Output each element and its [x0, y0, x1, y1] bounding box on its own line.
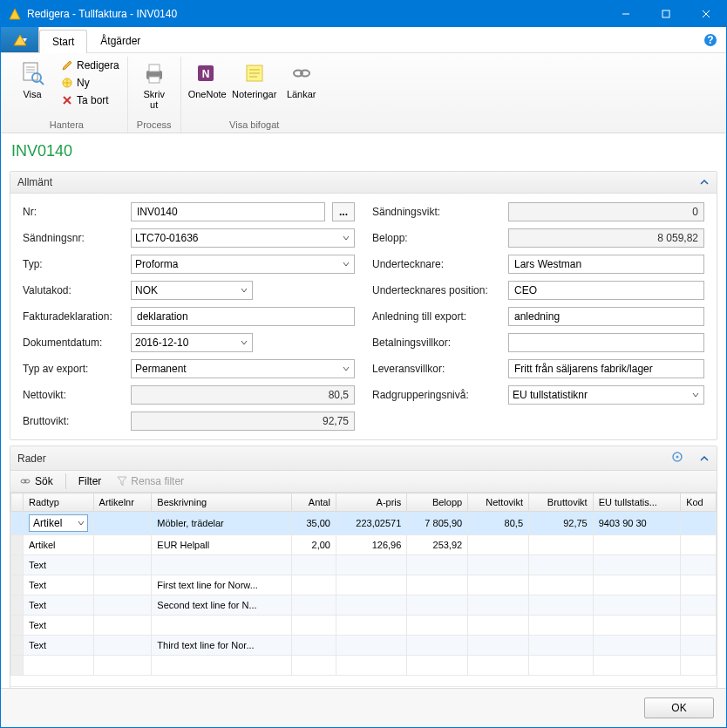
nr-label: Nr: — [23, 206, 126, 218]
svg-rect-21 — [149, 77, 160, 83]
ny-button[interactable]: Ny — [57, 74, 124, 92]
table-row[interactable]: TextThird text line for Nor... — [11, 636, 717, 656]
document-title: INV0140 — [10, 140, 717, 166]
grid-toolbar: Sök Filter Rensa filter — [10, 471, 717, 493]
panel-rader: Rader Sök Filter Rensa filter Radtyp Art… — [10, 446, 717, 688]
close-button[interactable] — [686, 1, 726, 27]
table-row[interactable] — [11, 656, 717, 676]
anledning-label: Anledning till export: — [372, 310, 503, 323]
col-radtyp[interactable]: Radtyp — [24, 493, 94, 512]
panel-allmant-title: Allmänt — [17, 176, 699, 188]
nr-lookup-button[interactable]: ... — [332, 202, 355, 221]
betalningsvillkor-input[interactable] — [508, 333, 704, 352]
anledning-input[interactable] — [508, 307, 704, 326]
visa-button[interactable]: Visa — [10, 57, 55, 102]
panel-rader-header[interactable]: Rader — [10, 446, 717, 471]
radtyp-cell-editor[interactable]: Artikel — [29, 514, 88, 532]
svg-marker-0 — [10, 9, 20, 19]
svg-rect-9 — [24, 63, 37, 80]
table-row[interactable]: TextFirst text line for Norw... — [11, 575, 717, 595]
ok-button[interactable]: OK — [644, 697, 714, 718]
col-antal[interactable]: Antal — [292, 493, 336, 512]
notes-icon — [241, 60, 268, 86]
tab-atgarder[interactable]: Åtgärder — [87, 29, 153, 52]
window-title: Redigera - Tullfaktura - INV0140 — [27, 8, 606, 20]
panel-allmant: Allmänt Nr:... Sändningsnr:LTC70-01636 T… — [10, 171, 717, 440]
tab-start[interactable]: Start — [39, 30, 87, 53]
lankar-button[interactable]: Länkar — [279, 57, 324, 102]
col-eutull[interactable]: EU tullstatis... — [593, 493, 680, 512]
funnel-icon — [117, 476, 127, 486]
nr-input[interactable] — [131, 202, 325, 221]
group-process-label: Process — [137, 118, 172, 133]
delete-icon — [61, 94, 73, 106]
bruttovikt-input — [131, 412, 355, 431]
undertecknare-input[interactable] — [508, 255, 704, 274]
typavexport-select[interactable]: Permanent — [131, 359, 355, 378]
skriv-ut-button[interactable]: Skriv ut — [132, 57, 177, 112]
svg-line-14 — [40, 81, 44, 85]
svg-rect-20 — [149, 65, 160, 71]
svg-text:N: N — [201, 68, 209, 80]
chevron-up-icon — [699, 453, 710, 464]
chevron-down-icon — [240, 286, 248, 295]
leveransvillkor-input[interactable] — [508, 359, 704, 378]
fakturadeklaration-label: Fakturadeklaration: — [23, 310, 126, 323]
link-icon — [19, 475, 31, 487]
radgruppering-select[interactable]: EU tullstatistiknr — [508, 385, 704, 405]
typavexport-label: Typ av export: — [23, 363, 126, 375]
group-hantera-label: Hantera — [50, 118, 84, 133]
panel-rader-title: Rader — [17, 452, 671, 465]
gear-button[interactable] — [671, 451, 683, 466]
redigera-button[interactable]: Redigera — [57, 57, 124, 74]
sandningsnr-select[interactable]: LTC70-01636 — [131, 228, 355, 248]
col-bruttovikt[interactable]: Bruttovikt — [529, 493, 594, 512]
filter-button[interactable]: Filter — [75, 473, 105, 489]
grid-scroll[interactable]: Radtyp Artikelnr Beskrivning Antal A-pri… — [10, 493, 717, 686]
application-menu-button[interactable] — [1, 27, 39, 52]
typ-label: Typ: — [23, 258, 126, 270]
col-kod[interactable]: Kod — [681, 493, 717, 512]
minimize-button[interactable] — [606, 1, 646, 27]
content-area: INV0140 Allmänt Nr:... Sändningsnr:LTC70… — [1, 133, 726, 688]
data-grid[interactable]: Radtyp Artikelnr Beskrivning Antal A-pri… — [10, 493, 717, 676]
onenote-label: OneNote — [188, 89, 227, 99]
valutakod-select[interactable]: NOK — [131, 281, 253, 300]
betalningsvillkor-label: Betalningsvillkor: — [372, 337, 503, 349]
sok-button[interactable]: Sök — [16, 473, 57, 489]
col-artikelnr[interactable]: Artikelnr — [93, 493, 152, 512]
table-row[interactable]: TextSecond text line for N... — [11, 595, 717, 616]
sandningsvikt-label: Sändningsvikt: — [372, 206, 503, 218]
visa-label: Visa — [23, 89, 41, 99]
col-belopp[interactable]: Belopp — [407, 493, 468, 512]
nettovikt-input — [131, 385, 355, 405]
svg-point-33 — [24, 480, 30, 483]
typ-select[interactable]: Proforma — [131, 255, 355, 274]
chevron-down-icon — [342, 234, 350, 242]
leveransvillkor-label: Leveransvillkor: — [372, 363, 503, 375]
dokumentdatum-select[interactable]: 2016-12-10 — [131, 333, 253, 352]
undertecknares-position-input[interactable] — [508, 281, 704, 300]
col-apris[interactable]: A-pris — [336, 493, 406, 512]
fakturadeklaration-input[interactable] — [131, 307, 355, 326]
svg-point-31 — [676, 456, 679, 459]
rensa-filter-button[interactable]: Rensa filter — [113, 473, 187, 489]
help-button[interactable]: ? — [703, 27, 717, 52]
tabort-button[interactable]: Ta bort — [57, 92, 124, 109]
ribbon-tabs: Start Åtgärder ? — [1, 27, 726, 53]
sandningsnr-label: Sändningsnr: — [23, 232, 126, 244]
maximize-button[interactable] — [646, 1, 686, 27]
ribbon: Visa Redigera Ny Ta bort Hantera Skriv u… — [1, 53, 726, 133]
onenote-button[interactable]: N OneNote — [185, 57, 230, 102]
panel-allmant-header[interactable]: Allmänt — [10, 172, 717, 194]
table-row[interactable]: Text — [11, 616, 717, 636]
chevron-down-icon — [77, 519, 85, 527]
table-row[interactable]: ArtikelEUR Helpall2,00126,96253,92 — [11, 535, 717, 555]
table-row[interactable]: Text — [11, 555, 717, 575]
table-row[interactable]: ArtikelMöbler, trädelar35,00223,025717 8… — [11, 512, 717, 535]
col-beskrivning[interactable]: Beskrivning — [152, 493, 292, 512]
col-nettovikt[interactable]: Nettovikt — [468, 493, 529, 512]
skriv-ut-label: Skriv ut — [143, 89, 164, 110]
noteringar-button[interactable]: Noteringar — [232, 57, 277, 102]
bruttovikt-label: Bruttovikt: — [23, 415, 126, 427]
